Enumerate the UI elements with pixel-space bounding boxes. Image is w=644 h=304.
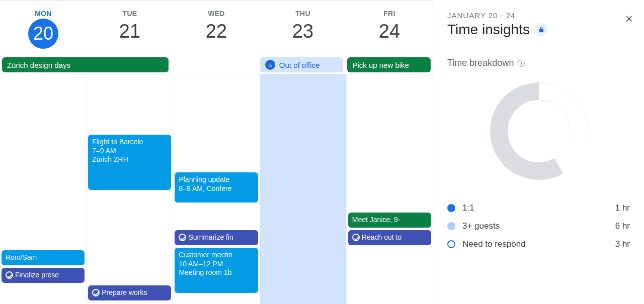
day-headers: MON 20 TUE 21 WED 22 THU 23 FRI 24	[0, 1, 433, 56]
check-icon	[92, 289, 100, 296]
legend-value: 1 hr	[615, 203, 630, 213]
day-number: 20	[28, 19, 58, 49]
event-meet-janice[interactable]: Meet Janice, 9-	[348, 213, 431, 228]
panel-title: Time insights	[447, 22, 630, 38]
check-icon	[179, 234, 186, 241]
allday-cell: Zürich design days	[0, 56, 171, 73]
breakdown-title: Time breakdown i	[447, 58, 630, 68]
day-number: 23	[260, 21, 346, 42]
allday-cell	[171, 64, 258, 66]
day-column-fri[interactable]: Meet Janice, 9- Reach out to	[347, 74, 433, 304]
allday-cell: Pick up new bike	[345, 56, 433, 73]
swatch-icon	[447, 204, 455, 212]
allday-event-pickup[interactable]: Pick up new bike	[347, 57, 431, 72]
allday-event-zurich[interactable]: Zürich design days	[2, 57, 169, 72]
day-header-wed[interactable]: WED 22	[173, 1, 260, 56]
allday-row: Zürich design days ⌂ Out of office Pick …	[0, 56, 433, 74]
dow-label: MON	[0, 10, 87, 18]
legend-row[interactable]: 3+ guests 6 hr	[447, 217, 630, 235]
day-number: 24	[346, 21, 433, 42]
task-prepare[interactable]: Prepare works	[88, 285, 171, 300]
day-header-thu[interactable]: THU 23	[260, 1, 346, 56]
swatch-icon	[447, 222, 455, 230]
svg-point-4	[499, 91, 579, 171]
day-header-mon[interactable]: MON 20	[0, 1, 87, 56]
event-rom-sam[interactable]: Rom/Sam	[2, 250, 85, 265]
donut-chart	[447, 78, 630, 184]
task-reach-out[interactable]: Reach out to	[348, 230, 431, 245]
legend-value: 3 hr	[615, 239, 630, 249]
legend: 1:1 1 hr 3+ guests 6 hr Need to respond …	[447, 199, 630, 253]
legend-value: 6 hr	[615, 221, 630, 231]
legend-row[interactable]: Need to respond 3 hr	[447, 235, 630, 253]
day-header-fri[interactable]: FRI 24	[346, 1, 433, 56]
event-planning[interactable]: Planning update 8–9 AM, Confere	[175, 172, 258, 202]
day-column-tue[interactable]: Flight to Barcelo 7–9 AM Zürich ZRH Prep…	[87, 74, 173, 304]
check-icon	[352, 234, 360, 241]
allday-cell: ⌂ Out of office	[258, 56, 346, 73]
ooo-chip[interactable]: ⌂ Out of office	[260, 57, 344, 72]
day-column-wed[interactable]: Planning update 8–9 AM, Confere Summariz…	[173, 74, 260, 304]
calendar-grid: MON 20 TUE 21 WED 22 THU 23 FRI 24 Züri	[0, 0, 433, 304]
task-summarize[interactable]: Summarize fin	[175, 230, 258, 245]
lock-icon	[535, 23, 548, 36]
event-customer[interactable]: Customer meetin 10 AM–12 PM Meeting room…	[175, 248, 258, 293]
time-insights-panel: × JANUARY 20 - 24 Time insights Time bre…	[433, 0, 644, 304]
close-icon[interactable]: ×	[625, 11, 633, 27]
swatch-icon	[447, 240, 455, 248]
day-column-thu[interactable]	[260, 74, 347, 304]
task-finalize[interactable]: Finalize prese	[2, 268, 85, 283]
event-flight[interactable]: Flight to Barcelo 7–9 AM Zürich ZRH	[88, 135, 171, 190]
day-number: 22	[173, 21, 260, 42]
dow-label: THU	[260, 10, 346, 18]
dow-label: WED	[173, 10, 260, 18]
dow-label: TUE	[87, 10, 173, 18]
day-column-mon[interactable]: Rom/Sam Finalize prese	[0, 74, 87, 304]
dow-label: FRI	[346, 10, 433, 18]
day-number: 21	[87, 21, 173, 42]
time-grid[interactable]: Rom/Sam Finalize prese Flight to Barcelo…	[0, 74, 433, 304]
date-range: JANUARY 20 - 24	[447, 11, 630, 20]
legend-row[interactable]: 1:1 1 hr	[447, 199, 630, 217]
briefcase-icon: ⌂	[265, 60, 275, 70]
check-icon	[6, 271, 13, 279]
day-header-tue[interactable]: TUE 21	[87, 1, 173, 56]
info-icon[interactable]: i	[518, 60, 525, 67]
